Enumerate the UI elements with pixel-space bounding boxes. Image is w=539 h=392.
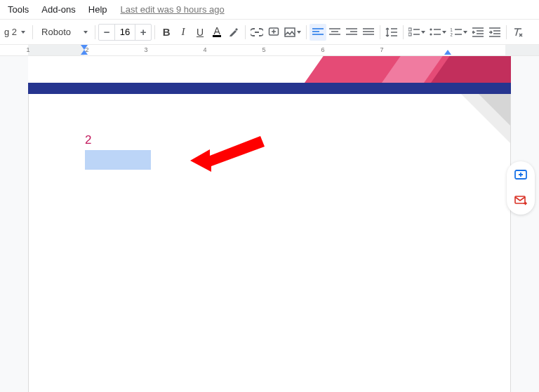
page-corner-fold-inner bbox=[479, 94, 510, 126]
numbered-list-button[interactable]: 12 bbox=[448, 24, 470, 41]
font-family-label: Roboto bbox=[41, 27, 71, 37]
svg-rect-1 bbox=[285, 28, 295, 36]
separator bbox=[380, 25, 380, 39]
ruler-number: 7 bbox=[380, 46, 383, 53]
separator bbox=[506, 25, 507, 39]
menu-tools[interactable]: Tools bbox=[1, 1, 35, 18]
chevron-down-icon bbox=[463, 31, 467, 34]
clear-formatting-icon bbox=[512, 27, 524, 37]
increase-indent-button[interactable] bbox=[486, 24, 503, 41]
add-comment-button[interactable] bbox=[511, 165, 531, 185]
svg-rect-10 bbox=[515, 196, 525, 203]
svg-text:1: 1 bbox=[451, 27, 453, 32]
horizontal-ruler[interactable]: 1 2 3 4 5 6 7 bbox=[0, 45, 539, 56]
align-center-button[interactable] bbox=[326, 24, 343, 41]
checklist-icon bbox=[408, 27, 420, 37]
line-spacing-button[interactable] bbox=[383, 24, 400, 41]
left-indent-marker[interactable] bbox=[81, 50, 88, 55]
paragraph-style-label: g 2 bbox=[4, 27, 17, 37]
comment-plus-icon bbox=[514, 168, 528, 182]
align-left-button[interactable] bbox=[310, 24, 326, 41]
chevron-down-icon bbox=[21, 31, 25, 34]
clear-formatting-button[interactable] bbox=[510, 24, 526, 41]
numbered-list-icon: 12 bbox=[451, 27, 462, 37]
document-page[interactable]: 2 bbox=[28, 94, 511, 392]
underline-button[interactable]: U bbox=[192, 24, 208, 41]
separator bbox=[403, 25, 404, 39]
font-family-select[interactable]: Roboto bbox=[36, 24, 92, 41]
ruler-number: 6 bbox=[321, 46, 324, 53]
chevron-down-icon bbox=[421, 31, 425, 34]
italic-button[interactable]: I bbox=[175, 24, 192, 41]
document-canvas[interactable]: 2 bbox=[0, 56, 539, 392]
align-center-icon bbox=[329, 28, 340, 36]
svg-rect-3 bbox=[408, 33, 411, 36]
toolbar: g 2 Roboto − + B I U A bbox=[0, 20, 539, 45]
insert-image-button[interactable] bbox=[282, 24, 303, 41]
separator bbox=[306, 25, 307, 39]
annotation-arrow-icon bbox=[190, 133, 267, 175]
right-indent-marker[interactable] bbox=[444, 50, 451, 55]
increase-font-button[interactable]: + bbox=[135, 25, 151, 40]
chevron-down-icon bbox=[84, 31, 88, 34]
font-size-input[interactable] bbox=[114, 25, 135, 40]
checklist-button[interactable] bbox=[406, 24, 427, 41]
ruler-number: 5 bbox=[262, 46, 265, 53]
menu-help[interactable]: Help bbox=[82, 1, 114, 18]
highlighter-icon bbox=[228, 27, 239, 38]
bold-button[interactable]: B bbox=[158, 24, 175, 41]
page-header-banner bbox=[28, 56, 511, 83]
svg-rect-2 bbox=[408, 28, 411, 31]
font-size-control: − + bbox=[98, 24, 152, 41]
separator bbox=[32, 25, 33, 39]
comment-plus-icon bbox=[268, 27, 279, 38]
bulleted-list-icon bbox=[430, 27, 441, 37]
insert-link-button[interactable] bbox=[248, 24, 265, 41]
heading-text[interactable]: 2 bbox=[85, 133, 91, 147]
line-spacing-icon bbox=[385, 27, 398, 37]
email-arrow-icon bbox=[514, 194, 528, 208]
floating-actions bbox=[507, 161, 535, 215]
svg-point-5 bbox=[430, 33, 432, 35]
email-collaborators-button[interactable] bbox=[511, 191, 531, 210]
highlight-color-button[interactable] bbox=[225, 24, 242, 41]
ruler-ticks: 1 2 3 4 5 6 7 bbox=[28, 45, 539, 55]
link-icon bbox=[251, 28, 263, 36]
first-line-indent-marker[interactable] bbox=[81, 45, 88, 50]
indent-icon bbox=[489, 27, 500, 37]
align-right-button[interactable] bbox=[343, 24, 360, 41]
page-header-strip bbox=[28, 83, 511, 94]
decrease-font-button[interactable]: − bbox=[99, 25, 114, 40]
svg-marker-8 bbox=[190, 136, 265, 172]
decrease-indent-button[interactable] bbox=[470, 24, 486, 41]
text-selection[interactable] bbox=[85, 150, 151, 170]
separator bbox=[154, 25, 155, 39]
align-right-icon bbox=[346, 28, 357, 36]
separator bbox=[95, 25, 95, 39]
last-edit-link[interactable]: Last edit was 9 hours ago bbox=[121, 4, 225, 15]
ruler-number: 1 bbox=[26, 46, 29, 53]
image-icon bbox=[284, 27, 295, 37]
menu-addons[interactable]: Add-ons bbox=[35, 1, 81, 18]
align-left-icon bbox=[312, 28, 324, 36]
ruler-number: 3 bbox=[144, 46, 147, 53]
separator bbox=[245, 25, 246, 39]
chevron-down-icon bbox=[442, 31, 446, 34]
svg-point-4 bbox=[430, 28, 432, 30]
chevron-down-icon bbox=[297, 31, 301, 34]
align-justify-icon bbox=[363, 28, 374, 36]
outdent-icon bbox=[472, 27, 484, 37]
paragraph-style-select[interactable]: g 2 bbox=[3, 24, 29, 41]
menu-bar: Tools Add-ons Help Last edit was 9 hours… bbox=[0, 0, 539, 20]
bulleted-list-button[interactable] bbox=[427, 24, 448, 41]
insert-comment-button[interactable] bbox=[265, 24, 282, 41]
ruler-number: 4 bbox=[203, 46, 206, 53]
align-justify-button[interactable] bbox=[360, 24, 377, 41]
text-color-icon: A bbox=[213, 27, 220, 37]
text-color-button[interactable]: A bbox=[208, 24, 225, 41]
svg-text:2: 2 bbox=[451, 32, 453, 37]
